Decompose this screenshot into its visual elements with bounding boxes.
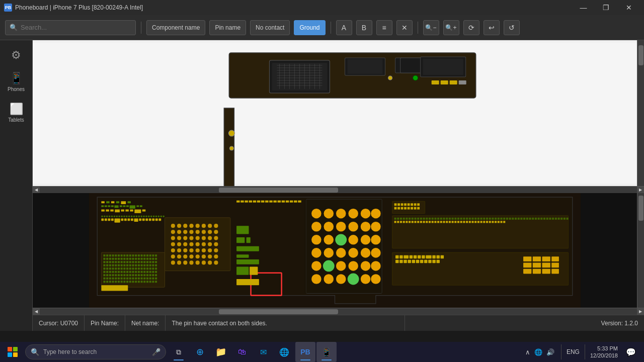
settings-button[interactable]: ⚙ bbox=[6, 45, 26, 65]
svg-rect-527 bbox=[523, 262, 531, 267]
sidebar-item-tablets[interactable]: ⬜ Tablets bbox=[3, 99, 30, 127]
cross-button[interactable]: ✕ bbox=[396, 20, 413, 35]
component-name-button[interactable]: Component name bbox=[146, 20, 205, 35]
bottom-vscroll-thumb[interactable] bbox=[638, 196, 643, 221]
svg-rect-519 bbox=[424, 260, 428, 263]
content-area: ◀ ▶ bbox=[33, 40, 644, 331]
bottom-hscroll-left[interactable]: ◀ bbox=[33, 308, 40, 315]
svg-rect-321 bbox=[155, 278, 157, 280]
taskbar-chrome-icon[interactable]: 🌐 bbox=[274, 342, 294, 362]
svg-rect-263 bbox=[152, 267, 154, 269]
a-button[interactable]: A bbox=[336, 20, 352, 35]
maximize-button[interactable]: ❐ bbox=[595, 0, 617, 15]
tray-volume-icon[interactable]: 🔊 bbox=[546, 348, 554, 356]
undo-button[interactable]: ↩ bbox=[484, 20, 500, 35]
pin-name-button[interactable]: Pin name bbox=[209, 20, 246, 35]
svg-rect-303 bbox=[103, 278, 105, 280]
svg-point-363 bbox=[336, 248, 346, 258]
taskbar-edge-icon[interactable]: ⊕ bbox=[190, 342, 210, 362]
top-vscroll[interactable] bbox=[637, 40, 644, 186]
hscroll-right-arrow[interactable]: ▶ bbox=[637, 187, 644, 194]
svg-point-55 bbox=[208, 224, 212, 228]
toolbar: 🔍 Component name Pin name No contact Gro… bbox=[0, 15, 644, 40]
taskbar-phoneboard-icon[interactable]: PB bbox=[295, 342, 315, 362]
svg-rect-408 bbox=[420, 218, 422, 220]
refresh-button[interactable]: ⟳ bbox=[463, 20, 479, 35]
svg-rect-517 bbox=[416, 260, 420, 263]
tray-network-icon[interactable]: 🌐 bbox=[534, 348, 542, 356]
svg-point-358 bbox=[348, 235, 358, 245]
hscroll-left-arrow[interactable]: ◀ bbox=[33, 187, 40, 194]
svg-rect-252 bbox=[121, 267, 123, 269]
svg-point-66 bbox=[177, 236, 181, 240]
top-pcb-view[interactable] bbox=[33, 40, 637, 186]
top-vscroll-thumb[interactable] bbox=[638, 45, 643, 65]
taskbar-mail-icon[interactable]: ✉ bbox=[253, 342, 273, 362]
svg-rect-211 bbox=[112, 261, 114, 263]
bottom-pcb-view[interactable] bbox=[33, 193, 637, 308]
sidebar-item-phones[interactable]: 📱 Phones bbox=[3, 68, 30, 96]
titlebar-controls[interactable]: — ❐ ✕ bbox=[572, 0, 640, 15]
svg-rect-217 bbox=[129, 261, 131, 263]
hscroll-thumb[interactable] bbox=[219, 188, 338, 193]
svg-rect-185 bbox=[146, 254, 148, 256]
svg-point-369 bbox=[336, 261, 346, 271]
svg-rect-464 bbox=[406, 221, 408, 223]
svg-rect-168 bbox=[158, 218, 161, 221]
svg-rect-318 bbox=[146, 278, 148, 280]
svg-point-377 bbox=[361, 274, 371, 284]
top-hscroll[interactable]: ◀ ▶ bbox=[33, 186, 644, 193]
svg-rect-457 bbox=[560, 218, 562, 220]
b-button[interactable]: B bbox=[356, 20, 372, 35]
search-box[interactable]: 🔍 bbox=[5, 20, 136, 35]
start-button[interactable] bbox=[0, 342, 25, 362]
svg-rect-383 bbox=[397, 203, 400, 206]
notification-button[interactable]: 💬 bbox=[623, 342, 639, 362]
ground-button[interactable]: Ground bbox=[294, 20, 325, 35]
task-view-button[interactable]: ⧉ bbox=[169, 342, 189, 362]
minimize-button[interactable]: — bbox=[572, 0, 595, 15]
taskbar-store-icon[interactable]: 🛍 bbox=[232, 342, 252, 362]
tray-expand-icon[interactable]: ∧ bbox=[525, 348, 530, 356]
taskbar-mic-icon[interactable]: 🎤 bbox=[152, 348, 160, 356]
svg-rect-554 bbox=[236, 246, 259, 251]
svg-point-24 bbox=[229, 146, 233, 150]
no-contact-button[interactable]: No contact bbox=[250, 20, 290, 35]
taskbar-app2-icon[interactable]: 📱 bbox=[316, 342, 337, 362]
zoom-out-button[interactable]: 🔍− bbox=[423, 20, 439, 35]
svg-point-31 bbox=[413, 75, 418, 80]
svg-rect-236 bbox=[129, 264, 131, 266]
svg-rect-118 bbox=[106, 210, 109, 212]
bottom-hscroll-thumb[interactable] bbox=[219, 309, 338, 314]
svg-rect-319 bbox=[149, 278, 151, 280]
svg-rect-135 bbox=[123, 216, 125, 217]
svg-point-362 bbox=[324, 248, 334, 258]
svg-point-344 bbox=[324, 209, 334, 219]
bottom-hscroll-right[interactable]: ▶ bbox=[637, 308, 644, 315]
svg-rect-411 bbox=[429, 218, 431, 220]
taskbar-clock[interactable]: 5:33 PM 12/20/2018 bbox=[588, 345, 620, 359]
zoom-in-button[interactable]: 🔍+ bbox=[443, 20, 459, 35]
svg-rect-423 bbox=[463, 218, 465, 220]
reset-button[interactable]: ↺ bbox=[504, 20, 520, 35]
svg-rect-336 bbox=[143, 281, 145, 283]
svg-rect-523 bbox=[523, 256, 531, 261]
svg-rect-223 bbox=[146, 261, 148, 263]
svg-rect-38 bbox=[459, 80, 466, 84]
svg-rect-458 bbox=[564, 218, 566, 220]
taskbar-explorer-icon[interactable]: 📁 bbox=[211, 342, 231, 362]
svg-rect-270 bbox=[118, 271, 120, 273]
svg-rect-116 bbox=[140, 205, 142, 207]
svg-point-101 bbox=[196, 260, 200, 264]
bottom-vscroll[interactable] bbox=[637, 193, 644, 308]
svg-point-88 bbox=[214, 248, 218, 252]
svg-rect-503 bbox=[404, 255, 409, 259]
svg-rect-512 bbox=[395, 260, 399, 263]
svg-rect-296 bbox=[138, 274, 140, 276]
search-input[interactable] bbox=[21, 24, 131, 31]
svg-rect-468 bbox=[417, 221, 419, 223]
menu-button[interactable]: ≡ bbox=[376, 20, 392, 35]
bottom-hscroll[interactable]: ◀ ▶ bbox=[33, 308, 644, 315]
close-button[interactable]: ✕ bbox=[617, 0, 640, 15]
taskbar-search[interactable]: 🔍 Type here to search 🎤 bbox=[25, 344, 166, 359]
